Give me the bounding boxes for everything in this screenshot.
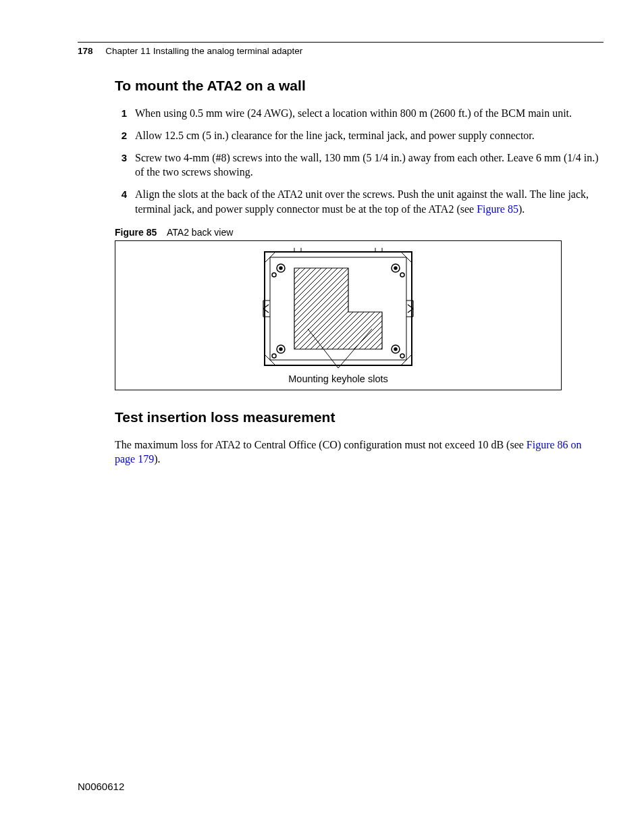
step-number: 4 xyxy=(115,187,127,215)
document-number: N0060612 xyxy=(78,781,124,792)
svg-point-13 xyxy=(400,354,404,358)
figure-85-link[interactable]: Figure 85 xyxy=(477,203,518,215)
page-content: To mount the ATA2 on a wall 1 When using… xyxy=(115,78,603,466)
svg-point-9 xyxy=(394,348,397,350)
step-number: 3 xyxy=(115,151,127,179)
ata2-back-view-diagram xyxy=(261,248,416,369)
step-number: 2 xyxy=(115,128,127,142)
step-3: 3 Screw two 4-mm (#8) screws into the wa… xyxy=(115,151,603,179)
svg-point-11 xyxy=(400,273,404,277)
paragraph-text-before: The maximum loss for ATA2 to Central Off… xyxy=(115,439,527,450)
svg-point-5 xyxy=(394,267,397,269)
section-heading-test: Test insertion loss measurement xyxy=(115,409,603,425)
figure-caption: Figure 85 ATA2 back view xyxy=(115,227,603,238)
document-page: 178 Chapter 11 Installing the analog ter… xyxy=(0,0,644,834)
chapter-title: Chapter 11 Installing the analog termina… xyxy=(105,46,302,56)
svg-point-3 xyxy=(279,267,282,269)
step-text: Align the slots at the back of the ATA2 … xyxy=(135,187,603,215)
figure-box: Mounting keyhole slots xyxy=(115,240,562,390)
figure-annotation: Mounting keyhole slots xyxy=(115,373,561,384)
figure-label: Figure 85 xyxy=(115,227,157,238)
running-header: 178 Chapter 11 Installing the analog ter… xyxy=(78,46,603,56)
step-2: 2 Allow 12.5 cm (5 in.) clearance for th… xyxy=(115,128,603,142)
figure-title: ATA2 back view xyxy=(167,227,233,238)
header-rule xyxy=(78,42,603,43)
step-text: When using 0.5 mm wire (24 AWG), select … xyxy=(135,106,603,120)
procedure-steps: 1 When using 0.5 mm wire (24 AWG), selec… xyxy=(115,106,603,216)
section-heading-mount: To mount the ATA2 on a wall xyxy=(115,78,603,94)
step-1: 1 When using 0.5 mm wire (24 AWG), selec… xyxy=(115,106,603,120)
step-text-after: ). xyxy=(518,203,525,215)
svg-point-7 xyxy=(279,348,282,350)
paragraph-text-after: ). xyxy=(154,453,160,465)
page-number: 178 xyxy=(78,46,93,56)
svg-point-10 xyxy=(272,273,276,277)
step-text: Screw two 4-mm (#8) screws into the wall… xyxy=(135,151,603,179)
step-text: Allow 12.5 cm (5 in.) clearance for the … xyxy=(135,128,603,142)
step-4: 4 Align the slots at the back of the ATA… xyxy=(115,187,603,215)
step-number: 1 xyxy=(115,106,127,120)
svg-point-12 xyxy=(272,354,276,358)
body-paragraph: The maximum loss for ATA2 to Central Off… xyxy=(115,438,603,466)
